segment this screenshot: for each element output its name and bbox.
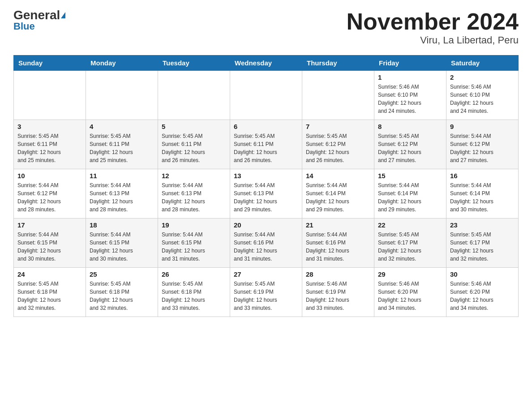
table-row bbox=[86, 71, 158, 120]
table-row bbox=[158, 71, 230, 120]
table-row: 8Sunrise: 5:45 AMSunset: 6:12 PMDaylight… bbox=[374, 120, 446, 169]
table-row: 22Sunrise: 5:45 AMSunset: 6:17 PMDayligh… bbox=[374, 218, 446, 268]
day-info: Sunrise: 5:44 AMSunset: 6:12 PMDaylight:… bbox=[17, 181, 82, 214]
table-row: 26Sunrise: 5:45 AMSunset: 6:18 PMDayligh… bbox=[158, 268, 230, 317]
day-info: Sunrise: 5:45 AMSunset: 6:18 PMDaylight:… bbox=[162, 280, 226, 312]
title-block: November 2024 Viru, La Libertad, Peru bbox=[347, 9, 519, 46]
day-info: Sunrise: 5:45 AMSunset: 6:11 PMDaylight:… bbox=[90, 132, 154, 164]
day-number: 21 bbox=[306, 221, 370, 229]
day-info: Sunrise: 5:46 AMSunset: 6:10 PMDaylight:… bbox=[378, 83, 442, 115]
day-number: 14 bbox=[306, 172, 370, 180]
table-row: 3Sunrise: 5:45 AMSunset: 6:11 PMDaylight… bbox=[14, 120, 86, 169]
day-number: 12 bbox=[162, 172, 226, 180]
day-info: Sunrise: 5:45 AMSunset: 6:18 PMDaylight:… bbox=[90, 280, 154, 312]
day-number: 29 bbox=[378, 270, 442, 278]
header-saturday: Saturday bbox=[446, 56, 519, 71]
day-number: 18 bbox=[90, 221, 154, 229]
day-number: 30 bbox=[450, 270, 515, 278]
calendar-week-row: 17Sunrise: 5:44 AMSunset: 6:15 PMDayligh… bbox=[14, 218, 519, 268]
day-number: 16 bbox=[450, 172, 515, 180]
table-row: 16Sunrise: 5:44 AMSunset: 6:14 PMDayligh… bbox=[446, 169, 519, 218]
table-row: 10Sunrise: 5:44 AMSunset: 6:12 PMDayligh… bbox=[14, 169, 86, 218]
day-number: 26 bbox=[162, 270, 226, 278]
day-number: 25 bbox=[90, 270, 154, 278]
calendar-subtitle: Viru, La Libertad, Peru bbox=[347, 34, 519, 46]
header-sunday: Sunday bbox=[14, 56, 86, 71]
table-row: 6Sunrise: 5:45 AMSunset: 6:11 PMDaylight… bbox=[230, 120, 302, 169]
day-info: Sunrise: 5:44 AMSunset: 6:15 PMDaylight:… bbox=[17, 231, 82, 263]
table-row: 15Sunrise: 5:44 AMSunset: 6:14 PMDayligh… bbox=[374, 169, 446, 218]
day-number: 4 bbox=[90, 123, 154, 130]
day-info: Sunrise: 5:44 AMSunset: 6:15 PMDaylight:… bbox=[90, 231, 154, 263]
day-info: Sunrise: 5:44 AMSunset: 6:16 PMDaylight:… bbox=[306, 231, 370, 263]
header-friday: Friday bbox=[374, 56, 446, 71]
table-row: 25Sunrise: 5:45 AMSunset: 6:18 PMDayligh… bbox=[86, 268, 158, 317]
day-info: Sunrise: 5:44 AMSunset: 6:14 PMDaylight:… bbox=[450, 181, 515, 214]
day-number: 1 bbox=[378, 73, 442, 81]
day-info: Sunrise: 5:44 AMSunset: 6:13 PMDaylight:… bbox=[234, 181, 298, 214]
table-row: 27Sunrise: 5:45 AMSunset: 6:19 PMDayligh… bbox=[230, 268, 302, 317]
table-row: 24Sunrise: 5:45 AMSunset: 6:18 PMDayligh… bbox=[14, 268, 86, 317]
calendar-week-row: 10Sunrise: 5:44 AMSunset: 6:12 PMDayligh… bbox=[14, 169, 519, 218]
header-tuesday: Tuesday bbox=[158, 56, 230, 71]
day-info: Sunrise: 5:44 AMSunset: 6:14 PMDaylight:… bbox=[306, 181, 370, 214]
day-info: Sunrise: 5:44 AMSunset: 6:16 PMDaylight:… bbox=[234, 231, 298, 263]
page-header: General Blue November 2024 Viru, La Libe… bbox=[13, 9, 519, 46]
table-row bbox=[302, 71, 374, 120]
day-info: Sunrise: 5:45 AMSunset: 6:17 PMDaylight:… bbox=[378, 231, 442, 263]
table-row: 23Sunrise: 5:45 AMSunset: 6:17 PMDayligh… bbox=[446, 218, 519, 268]
table-row: 17Sunrise: 5:44 AMSunset: 6:15 PMDayligh… bbox=[14, 218, 86, 268]
logo-triangle-icon bbox=[61, 12, 65, 18]
day-number: 13 bbox=[234, 172, 298, 180]
day-number: 10 bbox=[17, 172, 82, 180]
day-number: 19 bbox=[162, 221, 226, 229]
day-info: Sunrise: 5:44 AMSunset: 6:15 PMDaylight:… bbox=[162, 231, 226, 263]
table-row: 20Sunrise: 5:44 AMSunset: 6:16 PMDayligh… bbox=[230, 218, 302, 268]
day-info: Sunrise: 5:44 AMSunset: 6:13 PMDaylight:… bbox=[90, 181, 154, 214]
day-info: Sunrise: 5:45 AMSunset: 6:11 PMDaylight:… bbox=[17, 132, 82, 164]
day-number: 23 bbox=[450, 221, 515, 229]
logo-general-text: General bbox=[13, 9, 60, 21]
day-number: 15 bbox=[378, 172, 442, 180]
table-row: 18Sunrise: 5:44 AMSunset: 6:15 PMDayligh… bbox=[86, 218, 158, 268]
day-info: Sunrise: 5:44 AMSunset: 6:13 PMDaylight:… bbox=[162, 181, 226, 214]
header-wednesday: Wednesday bbox=[230, 56, 302, 71]
logo: General Blue bbox=[13, 9, 65, 32]
table-row: 2Sunrise: 5:46 AMSunset: 6:10 PMDaylight… bbox=[446, 71, 519, 120]
day-info: Sunrise: 5:45 AMSunset: 6:17 PMDaylight:… bbox=[450, 231, 515, 263]
day-info: Sunrise: 5:44 AMSunset: 6:14 PMDaylight:… bbox=[378, 181, 442, 214]
calendar-week-row: 3Sunrise: 5:45 AMSunset: 6:11 PMDaylight… bbox=[14, 120, 519, 169]
header-monday: Monday bbox=[86, 56, 158, 71]
day-info: Sunrise: 5:46 AMSunset: 6:20 PMDaylight:… bbox=[378, 280, 442, 312]
table-row: 7Sunrise: 5:45 AMSunset: 6:12 PMDaylight… bbox=[302, 120, 374, 169]
day-number: 22 bbox=[378, 221, 442, 229]
table-row: 4Sunrise: 5:45 AMSunset: 6:11 PMDaylight… bbox=[86, 120, 158, 169]
day-number: 8 bbox=[378, 123, 442, 130]
table-row bbox=[230, 71, 302, 120]
table-row: 11Sunrise: 5:44 AMSunset: 6:13 PMDayligh… bbox=[86, 169, 158, 218]
day-number: 7 bbox=[306, 123, 370, 130]
day-info: Sunrise: 5:46 AMSunset: 6:10 PMDaylight:… bbox=[450, 83, 515, 115]
day-number: 27 bbox=[234, 270, 298, 278]
table-row: 21Sunrise: 5:44 AMSunset: 6:16 PMDayligh… bbox=[302, 218, 374, 268]
day-info: Sunrise: 5:46 AMSunset: 6:20 PMDaylight:… bbox=[450, 280, 515, 312]
calendar-week-row: 24Sunrise: 5:45 AMSunset: 6:18 PMDayligh… bbox=[14, 268, 519, 317]
day-info: Sunrise: 5:45 AMSunset: 6:19 PMDaylight:… bbox=[234, 280, 298, 312]
table-row: 30Sunrise: 5:46 AMSunset: 6:20 PMDayligh… bbox=[446, 268, 519, 317]
table-row: 12Sunrise: 5:44 AMSunset: 6:13 PMDayligh… bbox=[158, 169, 230, 218]
day-info: Sunrise: 5:45 AMSunset: 6:12 PMDaylight:… bbox=[306, 132, 370, 164]
table-row: 9Sunrise: 5:44 AMSunset: 6:12 PMDaylight… bbox=[446, 120, 519, 169]
day-info: Sunrise: 5:45 AMSunset: 6:18 PMDaylight:… bbox=[17, 280, 82, 312]
day-number: 2 bbox=[450, 73, 515, 81]
table-row: 28Sunrise: 5:46 AMSunset: 6:19 PMDayligh… bbox=[302, 268, 374, 317]
day-info: Sunrise: 5:45 AMSunset: 6:12 PMDaylight:… bbox=[378, 132, 442, 164]
table-row: 1Sunrise: 5:46 AMSunset: 6:10 PMDaylight… bbox=[374, 71, 446, 120]
day-number: 6 bbox=[234, 123, 298, 130]
calendar-week-row: 1Sunrise: 5:46 AMSunset: 6:10 PMDaylight… bbox=[14, 71, 519, 120]
calendar-table: Sunday Monday Tuesday Wednesday Thursday… bbox=[13, 55, 519, 317]
table-row: 5Sunrise: 5:45 AMSunset: 6:11 PMDaylight… bbox=[158, 120, 230, 169]
day-number: 11 bbox=[90, 172, 154, 180]
table-row: 13Sunrise: 5:44 AMSunset: 6:13 PMDayligh… bbox=[230, 169, 302, 218]
calendar-title: November 2024 bbox=[347, 9, 519, 34]
day-number: 24 bbox=[17, 270, 82, 278]
